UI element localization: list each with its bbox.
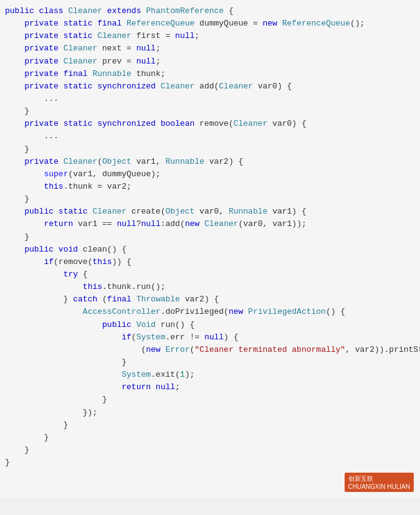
code-line: if(remove(this)) { xyxy=(2,256,418,268)
code-container: public class Cleaner extends PhantomRefe… xyxy=(0,0,420,498)
code-line: this.thunk = var2; xyxy=(2,181,418,193)
code-line: private Cleaner next = null; xyxy=(2,42,418,55)
code-line: return var1 == null?null:add(new Cleaner… xyxy=(2,218,418,230)
watermark-line2: CHUANGXIN HULIAN xyxy=(348,483,410,490)
code-line: } xyxy=(2,444,418,456)
code-line: private static synchronized Cleaner add(… xyxy=(2,80,418,93)
code-line: private Cleaner(Object var1, Runnable va… xyxy=(2,156,418,168)
code-line: (new Error("Cleaner terminated abnormall… xyxy=(2,344,418,356)
code-line: private static synchronized boolean remo… xyxy=(2,118,418,130)
code-line: } xyxy=(2,456,418,469)
code-line: System.exit(1); xyxy=(2,369,418,381)
code-line: } xyxy=(2,419,418,432)
watermark: 创新互联 CHUANGXIN HULIAN xyxy=(345,473,414,492)
code-line: } xyxy=(2,356,418,369)
code-line: }); xyxy=(2,407,418,419)
code-line: super(var1, dummyQueue); xyxy=(2,168,418,181)
code-line: } xyxy=(2,143,418,156)
code-line: public class Cleaner extends PhantomRefe… xyxy=(2,5,418,17)
code-line: } xyxy=(2,193,418,206)
code-line: public void clean() { xyxy=(2,243,418,256)
code-line: AccessController.doPrivileged(new Privil… xyxy=(2,306,418,318)
code-line: } xyxy=(2,432,418,444)
code-line: private Cleaner prev = null; xyxy=(2,55,418,68)
watermark-line1: 创新互联 xyxy=(348,475,410,483)
code-line: if(System.err != null) { xyxy=(2,331,418,344)
code-line: public Void run() { xyxy=(2,319,418,331)
code-line: this.thunk.run(); xyxy=(2,281,418,293)
code-line: private static Cleaner first = null; xyxy=(2,30,418,42)
code-line: } xyxy=(2,394,418,406)
code-line: public static Cleaner create(Object var0… xyxy=(2,206,418,218)
code-line: } catch (final Throwable var2) { xyxy=(2,293,418,306)
code-line: private static final ReferenceQueue dumm… xyxy=(2,17,418,30)
code-line: } xyxy=(2,231,418,243)
code-line: ... xyxy=(2,93,418,105)
code-line: } xyxy=(2,105,418,118)
code-line: return null; xyxy=(2,381,418,394)
code-line: ... xyxy=(2,130,418,143)
code-line: private final Runnable thunk; xyxy=(2,68,418,80)
code-line: try { xyxy=(2,268,418,281)
